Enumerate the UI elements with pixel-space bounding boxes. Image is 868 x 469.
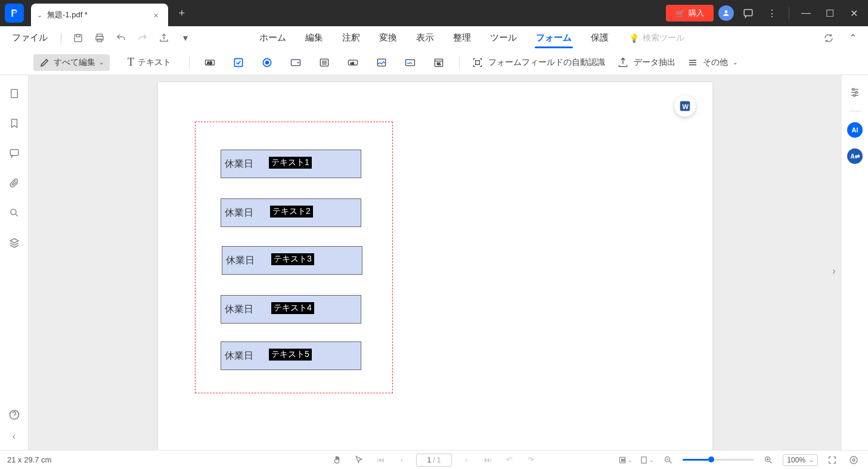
tab-ツール[interactable]: ツール (489, 29, 518, 47)
view-mode-icon[interactable]: ⌄ (640, 453, 654, 467)
prev-page-icon[interactable]: ‹ (395, 453, 409, 467)
svg-rect-28 (11, 89, 17, 98)
titlebar: ⌄ 無題-1.pdf * × + 🛒 購入 ⋮ — ☐ ✕ (0, 0, 868, 26)
word-export-icon[interactable]: W (674, 95, 696, 117)
field-name-badge: テキスト1 (269, 157, 312, 169)
svg-line-50 (770, 461, 771, 463)
logo-icon (9, 8, 20, 18)
listbox-field-icon[interactable] (316, 54, 333, 71)
save-icon[interactable] (70, 30, 86, 46)
user-icon[interactable] (718, 5, 734, 21)
page-input[interactable]: 1 / 1 (416, 454, 452, 467)
main-tabs: ホーム編集注釈変換表示整理ツールフォーム保護 (258, 29, 610, 47)
pdf-page[interactable]: 休業日テキスト1休業日テキスト2休業日テキスト3休業日テキスト4休業日テキスト5… (158, 82, 712, 450)
svg-point-51 (850, 456, 857, 464)
edit-all-button[interactable]: すべて編集 ⌄ (33, 54, 110, 71)
bookmarks-icon[interactable] (8, 117, 21, 130)
text-label: テキスト (138, 57, 171, 68)
share-icon[interactable] (156, 30, 172, 46)
undo-icon[interactable] (113, 30, 129, 46)
dropdown-field-icon[interactable] (287, 54, 304, 71)
buy-button[interactable]: 🛒 購入 (666, 5, 714, 21)
sync-icon[interactable] (820, 30, 837, 46)
svg-text:1:1: 1:1 (621, 459, 625, 462)
close-tab-icon[interactable]: × (153, 10, 159, 20)
tab-表示[interactable]: 表示 (415, 29, 435, 47)
next-page-icon[interactable]: › (459, 453, 473, 467)
tab-編集[interactable]: 編集 (304, 29, 324, 47)
rotate-right-icon[interactable]: ↷ (523, 453, 538, 467)
ai-icon[interactable]: AI (847, 122, 863, 138)
tab-ホーム[interactable]: ホーム (258, 29, 287, 47)
last-page-icon[interactable]: ⏭ (480, 453, 495, 467)
button-field-icon[interactable]: ok (345, 54, 361, 71)
more-menu-icon[interactable]: ⋮ (762, 4, 782, 23)
feedback-icon[interactable] (739, 4, 758, 23)
svg-rect-1 (744, 10, 752, 16)
page-total: / 1 (433, 456, 441, 464)
minimize-icon[interactable]: — (796, 4, 816, 23)
close-window-icon[interactable]: ✕ (844, 4, 863, 23)
zoom-thumb[interactable] (708, 456, 714, 462)
fullscreen-icon[interactable] (825, 453, 839, 467)
svg-text:31: 31 (437, 62, 441, 66)
comments-icon[interactable] (8, 147, 21, 160)
thumbnails-icon[interactable] (8, 87, 21, 100)
zoom-value-dropdown[interactable]: 100% ⌄ (783, 454, 818, 466)
text-tool-button[interactable]: T テキスト (122, 53, 177, 72)
radio-field-icon[interactable] (259, 54, 275, 71)
collapse-left-icon[interactable]: ‹ (8, 430, 21, 443)
separator (789, 7, 789, 19)
redo-icon[interactable] (134, 30, 151, 46)
tab-注釈[interactable]: 注釈 (341, 29, 361, 47)
zoom-out-icon[interactable] (661, 453, 675, 467)
date-field-icon[interactable]: 31 (430, 54, 447, 71)
properties-icon[interactable] (847, 85, 863, 100)
file-menu[interactable]: ファイル (7, 30, 52, 46)
add-tab-button[interactable]: + (173, 4, 191, 22)
hand-tool-icon[interactable] (330, 453, 345, 467)
layers-icon[interactable] (8, 236, 21, 249)
more-tools-button[interactable]: その他 ⌄ (687, 57, 737, 68)
fit-page-icon[interactable]: 1:1⌄ (618, 453, 633, 467)
hamburger-icon (687, 57, 698, 68)
zoom-in-icon[interactable] (761, 453, 776, 467)
chevron-down-icon: ⌄ (37, 11, 42, 19)
first-page-icon[interactable]: ⏮ (373, 453, 388, 467)
canvas-area[interactable]: 休業日テキスト1休業日テキスト2休業日テキスト3休業日テキスト4休業日テキスト5… (29, 75, 842, 450)
translate-icon[interactable]: A⇄ (847, 148, 863, 164)
help-icon[interactable] (8, 408, 21, 421)
field-name-badge: テキスト5 (269, 349, 312, 361)
tab-変換[interactable]: 変換 (378, 29, 398, 47)
tab-保護[interactable]: 保護 (590, 29, 610, 47)
tab-整理[interactable]: 整理 (452, 29, 472, 47)
app-logo (5, 4, 24, 23)
signature-field-icon[interactable] (402, 54, 418, 71)
checkbox-field-icon[interactable] (230, 54, 247, 71)
print-icon[interactable] (91, 30, 108, 46)
scroll-right-icon[interactable]: › (829, 263, 839, 279)
document-tab[interactable]: ⌄ 無題-1.pdf * × (31, 4, 168, 26)
auto-recognize-button[interactable]: フォームフィールドの自動認識 (472, 57, 605, 69)
maximize-icon[interactable]: ☐ (820, 4, 839, 23)
select-tool-icon[interactable] (352, 453, 366, 467)
search-tools[interactable]: 💡 検索ツール (629, 33, 684, 44)
extract-data-button[interactable]: データ抽出 (617, 57, 675, 69)
image-field-icon[interactable] (373, 54, 390, 71)
qat-dropdown-icon[interactable]: ▾ (177, 30, 194, 46)
text-icon: T (128, 56, 134, 69)
collapse-ribbon-icon[interactable]: ⌃ (844, 30, 861, 46)
form-toolbar: すべて編集 ⌄ T テキスト AB ok 31 フォームフィールドの自動認識 デ… (0, 50, 868, 75)
attachments-icon[interactable] (8, 176, 21, 190)
zoom-slider[interactable] (683, 459, 754, 461)
text-field-icon[interactable]: AB (202, 54, 218, 71)
tab-フォーム[interactable]: フォーム (535, 29, 573, 47)
lightbulb-icon: 💡 (629, 33, 639, 43)
chevron-down-icon: ⌄ (99, 59, 104, 66)
svg-text:AB: AB (207, 60, 212, 64)
rotate-left-icon[interactable]: ↶ (502, 453, 516, 467)
search-panel-icon[interactable] (8, 206, 21, 219)
separator (189, 56, 190, 69)
search-placeholder: 検索ツール (643, 33, 684, 44)
reading-mode-icon[interactable] (847, 453, 861, 467)
